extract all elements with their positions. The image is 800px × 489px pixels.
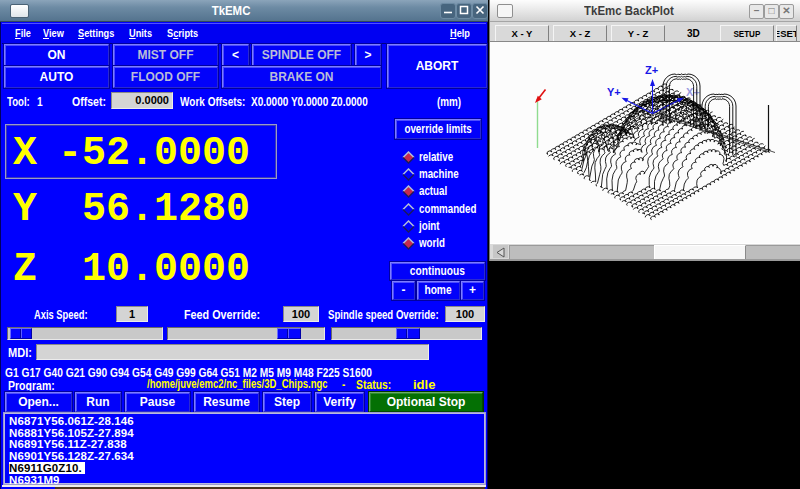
svg-text:Y+: Y+ <box>607 86 621 98</box>
svg-text:Z+: Z+ <box>645 64 658 76</box>
svg-text:X+: X+ <box>686 86 700 98</box>
